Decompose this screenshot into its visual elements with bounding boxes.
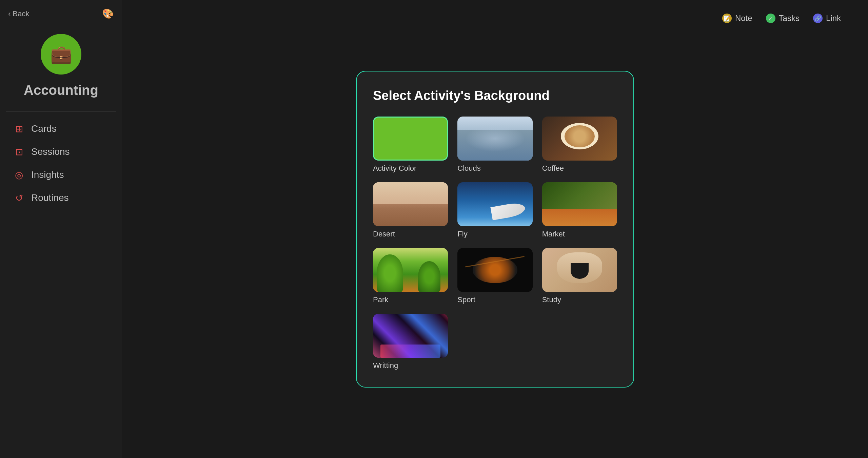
- toolbar: 📝 Note ✓ Tasks 🔗 Link: [722, 14, 841, 23]
- tasks-label: Tasks: [779, 14, 800, 23]
- background-thumb-sport: [457, 248, 532, 292]
- sidebar-item-insights[interactable]: ◎ Insights: [5, 163, 117, 186]
- background-item-park[interactable]: Park: [373, 248, 448, 304]
- background-item-fly[interactable]: Fly: [457, 182, 532, 238]
- background-thumb-coffee: [542, 117, 617, 161]
- background-item-market[interactable]: Market: [542, 182, 617, 238]
- sidebar-item-cards[interactable]: ⊞ Cards: [5, 117, 117, 140]
- background-label-fly: Fly: [457, 230, 532, 238]
- back-button[interactable]: ‹ Back: [8, 9, 29, 18]
- tasks-icon: ✓: [766, 14, 775, 23]
- background-label-desert: Desert: [373, 230, 448, 238]
- backgrounds-grid: Activity ColorCloudsCoffeeDesertFlyMarke…: [373, 117, 617, 370]
- background-thumb-writing: [373, 314, 448, 358]
- toolbar-note[interactable]: 📝 Note: [722, 14, 752, 23]
- background-item-coffee[interactable]: Coffee: [542, 117, 617, 173]
- background-label-study: Study: [542, 295, 617, 304]
- sessions-icon: ⊡: [14, 146, 24, 157]
- modal-title: Select Activity's Background: [373, 88, 617, 103]
- background-item-sport[interactable]: Sport: [457, 248, 532, 304]
- sidebar-item-routines[interactable]: ↺ Routines: [5, 186, 117, 209]
- background-item-desert[interactable]: Desert: [373, 182, 448, 238]
- link-icon: 🔗: [813, 14, 823, 23]
- note-label: Note: [735, 14, 752, 23]
- main-content: 📝 Note ✓ Tasks 🔗 Link Select Activity's …: [122, 0, 868, 458]
- background-thumb-clouds: [457, 117, 532, 161]
- background-thumb-market: [542, 182, 617, 226]
- background-label-activity-color: Activity Color: [373, 164, 448, 173]
- background-label-coffee: Coffee: [542, 164, 617, 173]
- background-label-clouds: Clouds: [457, 164, 532, 173]
- note-icon: 📝: [722, 14, 732, 23]
- toolbar-tasks[interactable]: ✓ Tasks: [766, 14, 800, 23]
- sidebar-label-sessions: Sessions: [31, 146, 70, 157]
- background-thumb-park: [373, 248, 448, 292]
- sidebar-label-insights: Insights: [31, 169, 64, 180]
- background-label-sport: Sport: [457, 295, 532, 304]
- background-item-study[interactable]: Study: [542, 248, 617, 304]
- nav-list: ⊞ Cards ⊡ Sessions ◎ Insights ↺ Routines: [0, 117, 122, 209]
- sidebar-label-cards: Cards: [31, 123, 57, 134]
- background-thumb-study: [542, 248, 617, 292]
- sidebar-label-routines: Routines: [31, 192, 69, 203]
- link-label: Link: [826, 14, 841, 23]
- palette-button[interactable]: 🎨: [102, 8, 114, 19]
- background-item-clouds[interactable]: Clouds: [457, 117, 532, 173]
- avatar-icon: 💼: [50, 44, 72, 65]
- background-thumb-activity-color: [373, 117, 448, 161]
- avatar: 💼: [41, 34, 81, 75]
- insights-icon: ◎: [14, 169, 24, 180]
- routines-icon: ↺: [14, 192, 24, 203]
- cards-icon: ⊞: [14, 123, 24, 134]
- sidebar: ‹ Back 🎨 💼 Accounting ⊞ Cards ⊡ Sessions…: [0, 0, 122, 458]
- background-thumb-desert: [373, 182, 448, 226]
- background-thumb-fly: [457, 182, 532, 226]
- background-item-activity-color[interactable]: Activity Color: [373, 117, 448, 173]
- toolbar-link[interactable]: 🔗 Link: [813, 14, 841, 23]
- sidebar-divider: [6, 111, 116, 112]
- background-label-market: Market: [542, 230, 617, 238]
- background-label-writing: Writting: [373, 361, 448, 370]
- background-select-modal: Select Activity's Background Activity Co…: [356, 71, 634, 388]
- background-item-writing[interactable]: Writting: [373, 314, 448, 370]
- sidebar-item-sessions[interactable]: ⊡ Sessions: [5, 140, 117, 163]
- back-label: Back: [13, 9, 29, 18]
- background-label-park: Park: [373, 295, 448, 304]
- app-title: Accounting: [24, 83, 98, 98]
